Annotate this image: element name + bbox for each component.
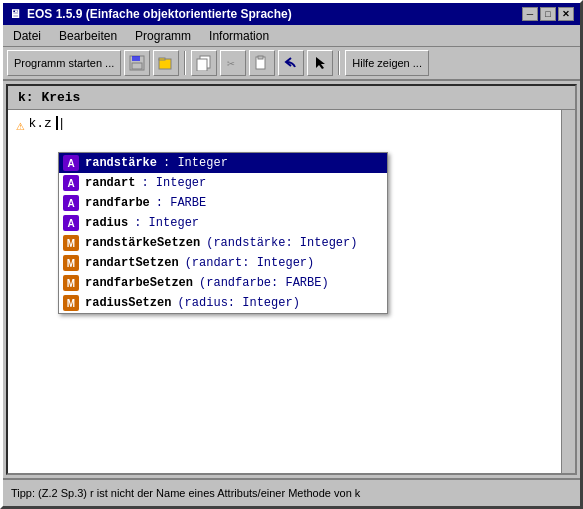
autocomplete-dropdown[interactable]: Arandstärke: IntegerArandart: IntegerAra… (58, 152, 388, 314)
ac-item-name: randstärke (85, 156, 157, 170)
title-bar-left: 🖥 EOS 1.5.9 (Einfache objektorientierte … (9, 7, 292, 21)
paste-button[interactable] (249, 50, 275, 76)
ac-item-type: : Integer (141, 176, 206, 190)
ac-badge-m: M (63, 255, 79, 271)
toolbar-separator-2 (338, 51, 340, 75)
code-text: k.z (28, 116, 51, 131)
ac-item-type: (randart: Integer) (185, 256, 315, 270)
window-title: EOS 1.5.9 (Einfache objektorientierte Sp… (27, 7, 292, 21)
programm-starten-button[interactable]: Programm starten ... (7, 50, 121, 76)
autocomplete-item[interactable]: Arandart: Integer (59, 173, 387, 193)
autocomplete-item[interactable]: Arandfarbe: FARBE (59, 193, 387, 213)
main-area: k: Kreis ⚠ k.z| Arandstärke: IntegerAran… (6, 84, 577, 475)
ac-badge-a: A (63, 175, 79, 191)
ac-item-name: radius (85, 216, 128, 230)
ac-badge-a: A (63, 155, 79, 171)
code-header: k: Kreis (8, 86, 575, 110)
svg-text:✂: ✂ (227, 57, 235, 71)
ac-item-name: randartSetzen (85, 256, 179, 270)
ac-item-name: randfarbeSetzen (85, 276, 193, 290)
code-header-text: k: Kreis (18, 90, 80, 105)
app-icon: 🖥 (9, 7, 21, 21)
close-button[interactable]: ✕ (558, 7, 574, 21)
save-button[interactable] (124, 50, 150, 76)
ac-item-type: : FARBE (156, 196, 206, 210)
maximize-button[interactable]: □ (540, 7, 556, 21)
svg-rect-6 (197, 59, 207, 71)
ac-item-name: randart (85, 176, 135, 190)
toolbar-separator-1 (184, 51, 186, 75)
autocomplete-item[interactable]: MrandstärkeSetzen(randstärke: Integer) (59, 233, 387, 253)
arrow-button[interactable] (307, 50, 333, 76)
ac-item-type: (randfarbe: FARBE) (199, 276, 329, 290)
undo-button[interactable] (278, 50, 304, 76)
menu-bearbeiten[interactable]: Bearbeiten (53, 27, 123, 45)
ac-badge-a: A (63, 215, 79, 231)
error-icon: ⚠ (16, 117, 24, 134)
ac-item-name: randfarbe (85, 196, 150, 210)
title-bar: 🖥 EOS 1.5.9 (Einfache objektorientierte … (3, 3, 580, 25)
main-window: 🖥 EOS 1.5.9 (Einfache objektorientierte … (0, 0, 583, 509)
menu-programm[interactable]: Programm (129, 27, 197, 45)
ac-item-name: radiusSetzen (85, 296, 171, 310)
autocomplete-item[interactable]: Arandstärke: Integer (59, 153, 387, 173)
status-text: Tipp: (Z.2 Sp.3) r ist nicht der Name ei… (11, 487, 360, 499)
copy-button[interactable] (191, 50, 217, 76)
cut-button[interactable]: ✂ (220, 50, 246, 76)
ac-item-type: (radius: Integer) (177, 296, 299, 310)
ac-badge-a: A (63, 195, 79, 211)
svg-rect-1 (132, 56, 140, 61)
minimize-button[interactable]: ─ (522, 7, 538, 21)
open-button[interactable] (153, 50, 179, 76)
editor-container: ⚠ k.z| Arandstärke: IntegerArandart: Int… (8, 110, 575, 473)
svg-rect-9 (258, 56, 263, 59)
title-controls: ─ □ ✕ (522, 7, 574, 21)
autocomplete-item[interactable]: MradiusSetzen(radius: Integer) (59, 293, 387, 313)
ac-badge-m: M (63, 235, 79, 251)
autocomplete-item[interactable]: MrandartSetzen(randart: Integer) (59, 253, 387, 273)
menu-bar: Datei Bearbeiten Programm Information (3, 25, 580, 47)
code-editor[interactable]: ⚠ k.z| Arandstärke: IntegerArandart: Int… (8, 110, 561, 473)
ac-item-name: randstärkeSetzen (85, 236, 200, 250)
autocomplete-item[interactable]: Aradius: Integer (59, 213, 387, 233)
ac-item-type: : Integer (134, 216, 199, 230)
autocomplete-item[interactable]: MrandfarbeSetzen(randfarbe: FARBE) (59, 273, 387, 293)
svg-rect-2 (132, 63, 142, 69)
toolbar: Programm starten ... ✂ (3, 47, 580, 81)
status-bar: Tipp: (Z.2 Sp.3) r ist nicht der Name ei… (3, 478, 580, 506)
ac-badge-m: M (63, 275, 79, 291)
error-line: ⚠ k.z| (16, 116, 553, 134)
ac-item-type: : Integer (163, 156, 228, 170)
menu-information[interactable]: Information (203, 27, 275, 45)
vertical-scrollbar[interactable] (561, 110, 575, 473)
cursor: | (56, 116, 66, 130)
hilfe-zeigen-button[interactable]: Hilfe zeigen ... (345, 50, 429, 76)
menu-datei[interactable]: Datei (7, 27, 47, 45)
ac-badge-m: M (63, 295, 79, 311)
svg-rect-4 (159, 58, 165, 60)
ac-item-type: (randstärke: Integer) (206, 236, 357, 250)
